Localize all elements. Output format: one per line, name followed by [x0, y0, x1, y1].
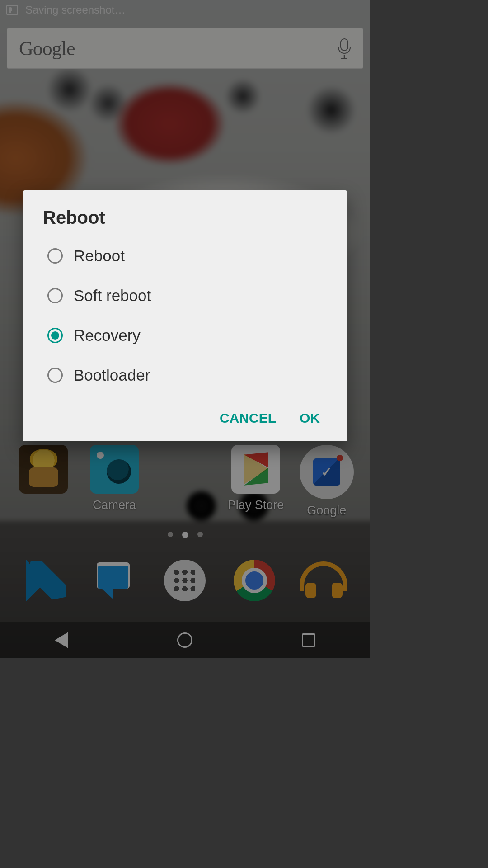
- option-reboot[interactable]: Reboot: [23, 236, 347, 276]
- option-label: Reboot: [74, 247, 125, 265]
- radio-icon: [47, 248, 63, 264]
- reboot-dialog: Reboot Reboot Soft reboot Recovery Bootl…: [23, 190, 347, 441]
- option-bootloader[interactable]: Bootloader: [23, 355, 347, 395]
- option-label: Soft reboot: [74, 287, 151, 305]
- ok-button[interactable]: OK: [300, 410, 320, 426]
- dialog-options: Reboot Soft reboot Recovery Bootloader: [23, 236, 347, 395]
- option-soft-reboot[interactable]: Soft reboot: [23, 276, 347, 316]
- cancel-button[interactable]: CANCEL: [220, 410, 276, 426]
- dialog-button-row: CANCEL OK: [23, 395, 347, 430]
- radio-icon-selected: [47, 328, 63, 343]
- radio-icon: [47, 368, 63, 383]
- dialog-title: Reboot: [23, 208, 347, 236]
- option-label: Recovery: [74, 326, 141, 344]
- option-recovery[interactable]: Recovery: [23, 316, 347, 355]
- radio-icon: [47, 288, 63, 303]
- option-label: Bootloader: [74, 366, 150, 384]
